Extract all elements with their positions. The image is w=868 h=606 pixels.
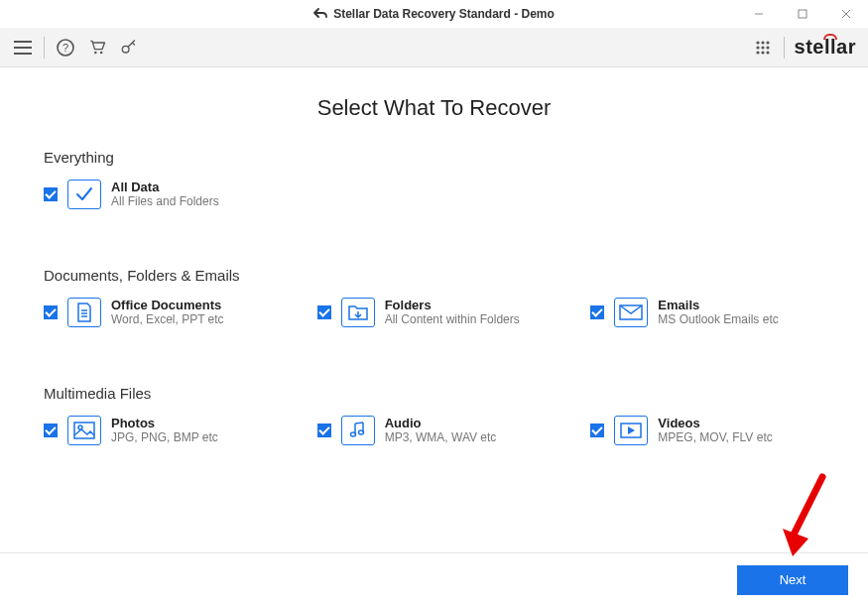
page-title: Select What To Recover	[44, 95, 824, 121]
checkbox-emails[interactable]	[590, 305, 604, 319]
svg-rect-1	[799, 10, 806, 18]
footer: Next	[0, 552, 868, 606]
annotation-arrow	[779, 471, 832, 560]
svg-point-14	[766, 41, 769, 44]
item-subtitle: All Content within Folders	[385, 312, 520, 326]
separator	[784, 37, 785, 59]
titlebar: Stellar Data Recovery Standard - Demo	[0, 0, 868, 28]
svg-point-15	[756, 46, 759, 49]
checkbox-office[interactable]	[44, 305, 58, 319]
item-all-data[interactable]: All Data All Files and Folders	[44, 180, 292, 209]
svg-point-19	[761, 51, 764, 54]
svg-point-13	[761, 41, 764, 44]
item-title: All Data	[111, 180, 219, 194]
svg-text:?: ?	[62, 42, 68, 54]
item-subtitle: MP3, WMA, WAV etc	[385, 430, 497, 444]
svg-point-10	[100, 51, 103, 54]
close-button[interactable]	[824, 0, 868, 28]
key-icon[interactable]	[118, 37, 140, 59]
svg-point-9	[94, 51, 97, 54]
item-title: Photos	[111, 416, 218, 430]
maximize-button[interactable]	[781, 0, 824, 28]
checkbox-photos[interactable]	[44, 424, 58, 437]
svg-point-18	[756, 51, 759, 54]
checkbox-audio[interactable]	[317, 424, 331, 437]
back-arrow-icon	[313, 8, 327, 20]
item-subtitle: MS Outlook Emails etc	[658, 312, 778, 326]
item-office-documents[interactable]: Office Documents Word, Excel, PPT etc	[44, 298, 278, 327]
item-subtitle: MPEG, MOV, FLV etc	[658, 430, 772, 444]
folder-icon	[341, 298, 375, 327]
apps-grid-icon[interactable]	[752, 37, 774, 59]
checkbox-folders[interactable]	[317, 305, 331, 319]
separator	[44, 37, 45, 59]
svg-point-16	[761, 46, 764, 49]
email-icon	[614, 298, 648, 327]
checkbox-all-data[interactable]	[44, 187, 58, 201]
item-title: Emails	[658, 298, 778, 312]
item-title: Office Documents	[111, 298, 224, 312]
svg-point-27	[350, 432, 355, 436]
item-title: Videos	[658, 416, 772, 430]
menu-icon[interactable]	[12, 37, 34, 59]
main-content: Select What To Recover Everything All Da…	[0, 67, 868, 445]
cart-icon[interactable]	[86, 37, 108, 59]
svg-point-20	[766, 51, 769, 54]
window-title: Stellar Data Recovery Standard - Demo	[333, 7, 555, 21]
section-label-media: Multimedia Files	[44, 385, 824, 402]
item-subtitle: JPG, PNG, BMP etc	[111, 430, 218, 444]
svg-line-30	[793, 477, 822, 537]
item-emails[interactable]: Emails MS Outlook Emails etc	[590, 298, 824, 327]
checkbox-videos[interactable]	[590, 424, 604, 437]
next-button[interactable]: Next	[737, 565, 848, 595]
section-label-docs: Documents, Folders & Emails	[44, 267, 824, 284]
help-icon[interactable]: ?	[55, 37, 76, 59]
item-title: Folders	[385, 298, 520, 312]
toolbar: ? stellar	[0, 28, 868, 67]
svg-point-11	[122, 46, 129, 53]
svg-point-28	[358, 430, 363, 434]
photo-icon	[67, 416, 101, 445]
video-icon	[614, 416, 648, 445]
check-icon	[67, 180, 101, 209]
item-subtitle: All Files and Folders	[111, 194, 219, 208]
brand-logo: stellar	[795, 36, 856, 59]
audio-icon	[341, 416, 375, 445]
section-label-everything: Everything	[44, 149, 824, 166]
minimize-button[interactable]	[737, 0, 781, 28]
svg-point-12	[756, 41, 759, 44]
item-videos[interactable]: Videos MPEG, MOV, FLV etc	[590, 416, 824, 445]
svg-point-17	[766, 46, 769, 49]
item-folders[interactable]: Folders All Content within Folders	[317, 298, 552, 327]
item-title: Audio	[385, 416, 497, 430]
item-photos[interactable]: Photos JPG, PNG, BMP etc	[44, 416, 278, 445]
svg-rect-25	[74, 423, 94, 438]
item-subtitle: Word, Excel, PPT etc	[111, 312, 224, 326]
item-audio[interactable]: Audio MP3, WMA, WAV etc	[317, 416, 552, 445]
document-icon	[67, 298, 101, 327]
